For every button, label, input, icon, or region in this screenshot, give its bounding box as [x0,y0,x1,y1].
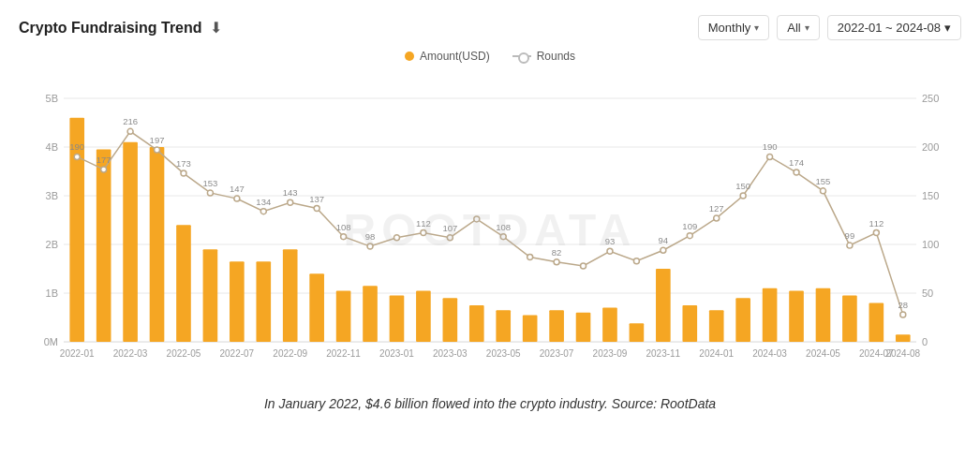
svg-rect-47 [816,288,831,342]
svg-point-62 [367,243,373,249]
svg-text:174: 174 [789,157,804,168]
svg-point-65 [447,235,453,241]
svg-text:2022-07: 2022-07 [219,348,254,359]
svg-text:200: 200 [922,141,939,153]
svg-point-54 [155,147,160,153]
svg-text:108: 108 [496,222,511,232]
svg-rect-25 [230,261,245,342]
svg-point-63 [393,235,399,241]
svg-text:197: 197 [150,135,165,145]
download-icon[interactable]: ⬇ [210,19,222,37]
svg-point-53 [127,128,133,134]
svg-text:143: 143 [283,187,298,198]
filter-dropdown[interactable]: All ▾ [777,15,819,40]
chart-svg: 0M01B502B1003B1504B2005B2501901772161971… [19,70,961,389]
legend-amount-icon [405,52,414,61]
legend-amount-label: Amount(USD) [420,50,490,63]
svg-text:109: 109 [682,221,697,231]
svg-point-68 [527,255,533,260]
svg-text:98: 98 [365,231,376,242]
svg-rect-34 [469,305,484,342]
svg-rect-40 [630,323,645,342]
svg-rect-45 [763,288,778,342]
svg-text:137: 137 [309,194,324,204]
svg-point-55 [181,170,186,176]
svg-text:177: 177 [97,155,111,165]
svg-rect-46 [789,290,804,342]
svg-text:190: 190 [763,141,778,152]
svg-text:82: 82 [552,247,562,258]
svg-text:190: 190 [69,141,84,152]
svg-point-70 [581,263,587,269]
svg-rect-22 [150,147,165,342]
svg-text:127: 127 [709,203,724,214]
svg-text:2022-05: 2022-05 [167,348,201,359]
svg-text:150: 150 [735,181,750,191]
date-range-picker[interactable]: 2022-01 ~ 2024-08 ▾ [827,15,961,40]
svg-text:134: 134 [256,197,271,207]
svg-point-78 [794,170,799,175]
svg-text:2024-01: 2024-01 [699,348,734,359]
svg-point-82 [900,312,906,317]
svg-point-59 [288,199,293,205]
svg-point-64 [421,230,426,236]
svg-rect-44 [735,298,750,342]
svg-rect-31 [390,296,405,342]
svg-text:155: 155 [816,176,831,186]
svg-point-81 [873,230,879,236]
chart-legend: Amount(USD) Rounds [19,50,961,63]
svg-rect-32 [416,290,431,342]
svg-text:173: 173 [176,158,191,169]
svg-text:5B: 5B [46,93,58,104]
svg-text:2023-11: 2023-11 [646,348,680,359]
svg-text:2024-05: 2024-05 [806,348,840,359]
svg-text:2023-09: 2023-09 [593,348,628,359]
svg-text:147: 147 [230,184,245,194]
svg-text:50: 50 [922,288,933,299]
frequency-label: Monthly [708,21,751,35]
svg-text:4B: 4B [46,141,58,153]
legend-amount: Amount(USD) [405,50,490,63]
svg-text:28: 28 [898,300,908,310]
svg-text:150: 150 [922,190,939,201]
svg-text:250: 250 [922,93,939,104]
svg-text:112: 112 [869,218,883,229]
svg-rect-28 [309,273,324,342]
svg-text:2023-01: 2023-01 [379,348,414,359]
svg-point-57 [234,196,240,201]
title-area: Crypto Fundraising Trend ⬇ [19,19,222,37]
svg-point-60 [314,206,319,212]
svg-point-79 [820,188,825,194]
svg-text:107: 107 [442,223,457,233]
svg-rect-37 [549,310,564,342]
svg-rect-26 [256,261,271,342]
svg-rect-36 [523,315,538,342]
svg-text:2022-09: 2022-09 [273,348,307,359]
svg-text:153: 153 [202,178,217,188]
svg-rect-24 [203,249,218,342]
svg-text:2023-03: 2023-03 [433,348,468,359]
svg-text:2022-11: 2022-11 [326,348,361,359]
page-title: Crypto Fundraising Trend [19,20,202,37]
frequency-dropdown[interactable]: Monthly ▾ [698,15,770,40]
svg-text:0M: 0M [44,336,58,347]
svg-text:112: 112 [416,218,431,229]
svg-point-52 [101,167,107,172]
svg-text:94: 94 [659,235,669,245]
svg-rect-38 [576,313,591,342]
svg-rect-23 [176,225,191,342]
svg-text:216: 216 [123,116,138,126]
svg-point-69 [554,259,559,265]
svg-text:93: 93 [605,236,616,246]
svg-point-67 [500,234,506,240]
chart-container: ROOTDATA 0M01B502B1003B1504B2005B2501901… [19,70,961,389]
svg-rect-49 [869,302,884,342]
svg-point-74 [687,233,692,239]
svg-text:2B: 2B [46,239,58,250]
legend-rounds: Rounds [512,50,575,63]
svg-rect-39 [602,308,617,342]
svg-point-77 [767,154,773,159]
svg-text:2022-03: 2022-03 [113,348,148,359]
svg-point-73 [661,247,666,253]
svg-rect-43 [709,310,724,342]
